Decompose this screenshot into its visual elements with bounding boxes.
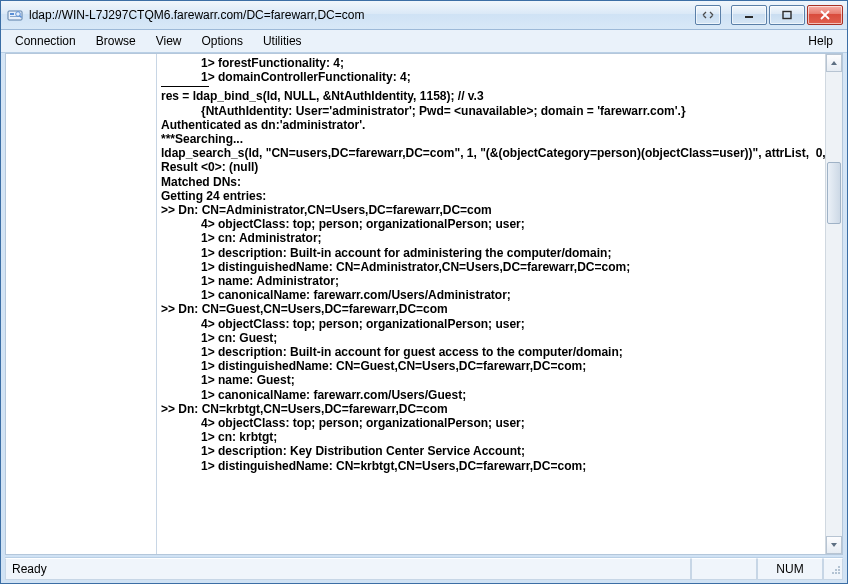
output-line: 4> objectClass: top; person; organizatio… xyxy=(161,217,822,231)
scroll-thumb[interactable] xyxy=(827,162,841,224)
svg-rect-1 xyxy=(10,13,14,15)
menu-options[interactable]: Options xyxy=(192,30,253,52)
output-line: 1> distinguishedName: CN=Guest,CN=Users,… xyxy=(161,359,822,373)
window-title: ldap://WIN-L7J297CTQM6.farewarr.com/DC=f… xyxy=(29,8,695,22)
output-separator xyxy=(161,86,209,87)
menu-browse[interactable]: Browse xyxy=(86,30,146,52)
output-line: >> Dn: CN=Administrator,CN=Users,DC=fare… xyxy=(161,203,822,217)
output-pane[interactable]: 1> forestFunctionality: 4; 1> domainCont… xyxy=(157,54,826,554)
expand-button[interactable] xyxy=(695,5,721,25)
svg-point-9 xyxy=(838,569,840,571)
scroll-down-button[interactable] xyxy=(826,536,842,554)
menu-help[interactable]: Help xyxy=(798,30,843,52)
tree-pane[interactable] xyxy=(6,54,157,554)
menu-view[interactable]: View xyxy=(146,30,192,52)
output-line: 1> cn: Administrator; xyxy=(161,231,822,245)
output-line: >> Dn: CN=Guest,CN=Users,DC=farewarr,DC=… xyxy=(161,302,822,316)
scroll-up-button[interactable] xyxy=(826,54,842,72)
status-caps xyxy=(691,558,757,580)
output-line: res = ldap_bind_s(ld, NULL, &NtAuthIdent… xyxy=(161,89,822,103)
output-line: 4> objectClass: top; person; organizatio… xyxy=(161,317,822,331)
app-window: ldap://WIN-L7J297CTQM6.farewarr.com/DC=f… xyxy=(0,0,848,584)
output-line: 1> description: Built-in account for gue… xyxy=(161,345,822,359)
output-line: 1> cn: Guest; xyxy=(161,331,822,345)
svg-point-10 xyxy=(832,572,834,574)
scroll-track[interactable] xyxy=(826,72,842,536)
output-pane-container: 1> forestFunctionality: 4; 1> domainCont… xyxy=(157,54,842,554)
output-line: 1> distinguishedName: CN=Administrator,C… xyxy=(161,260,822,274)
output-line: 1> domainControllerFunctionality: 4; xyxy=(161,70,822,84)
output-line: Getting 24 entries: xyxy=(161,189,822,203)
svg-point-8 xyxy=(835,572,837,574)
menu-utilities[interactable]: Utilities xyxy=(253,30,312,52)
output-line: 4> objectClass: top; person; organizatio… xyxy=(161,416,822,430)
minimize-button[interactable] xyxy=(731,5,767,25)
vertical-scrollbar[interactable] xyxy=(825,54,842,554)
svg-point-11 xyxy=(835,569,837,571)
output-line: 1> name: Administrator; xyxy=(161,274,822,288)
output-line: ldap_search_s(ld, "CN=users,DC=farewarr,… xyxy=(161,146,822,160)
output-line: Authenticated as dn:'administrator'. xyxy=(161,118,822,132)
output-line: >> Dn: CN=krbtgt,CN=Users,DC=farewarr,DC… xyxy=(161,402,822,416)
close-button[interactable] xyxy=(807,5,843,25)
status-num: NUM xyxy=(757,558,823,580)
svg-rect-6 xyxy=(783,12,791,19)
menu-connection[interactable]: Connection xyxy=(5,30,86,52)
output-line: 1> name: Guest; xyxy=(161,373,822,387)
output-line: 1> canonicalName: farewarr.com/Users/Gue… xyxy=(161,388,822,402)
svg-point-7 xyxy=(838,572,840,574)
maximize-button[interactable] xyxy=(769,5,805,25)
app-icon xyxy=(7,7,23,23)
title-bar: ldap://WIN-L7J297CTQM6.farewarr.com/DC=f… xyxy=(1,1,847,30)
svg-point-12 xyxy=(838,566,840,568)
output-line: {NtAuthIdentity: User='administrator'; P… xyxy=(161,104,822,118)
menu-bar: Connection Browse View Options Utilities… xyxy=(1,30,847,53)
output-line: 1> description: Key Distribution Center … xyxy=(161,444,822,458)
status-bar: Ready NUM xyxy=(5,557,843,580)
output-line: Result <0>: (null) xyxy=(161,160,822,174)
status-ready: Ready xyxy=(5,558,691,580)
resize-grip[interactable] xyxy=(823,558,843,580)
output-line: ***Searching... xyxy=(161,132,822,146)
output-line: 1> canonicalName: farewarr.com/Users/Adm… xyxy=(161,288,822,302)
output-line: 1> forestFunctionality: 4; xyxy=(161,56,822,70)
client-area: 1> forestFunctionality: 4; 1> domainCont… xyxy=(5,53,843,555)
output-line: 1> cn: krbtgt; xyxy=(161,430,822,444)
output-line: Matched DNs: xyxy=(161,175,822,189)
output-line: 1> distinguishedName: CN=krbtgt,CN=Users… xyxy=(161,459,822,473)
output-line: 1> description: Built-in account for adm… xyxy=(161,246,822,260)
